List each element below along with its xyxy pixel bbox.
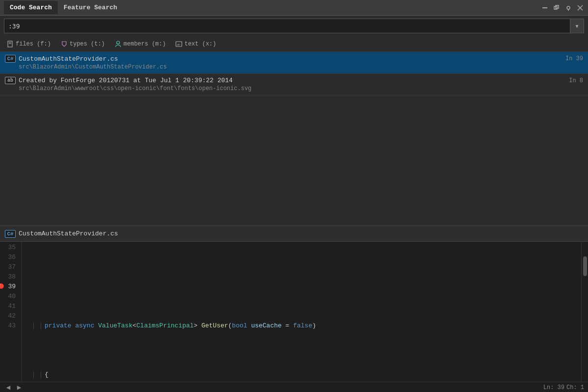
line-number-37: 37 xyxy=(0,262,18,272)
line-number-41: 41 xyxy=(0,301,18,311)
status-ln: Ln: 39 xyxy=(543,384,564,391)
file-icon xyxy=(7,41,14,47)
line-number-36: ▾ 36 xyxy=(0,253,18,262)
status-ch: Ch: 1 xyxy=(566,384,584,391)
line-number-35: 35 xyxy=(0,243,18,253)
scrollbar-track[interactable] xyxy=(581,242,588,382)
filter-files-label: files (f:) xyxy=(16,41,51,47)
code-panel: C# CustomAuthStateProvider.cs 35 ▾ 36 37… xyxy=(0,226,588,392)
filter-text-button[interactable]: ab text (x:) xyxy=(173,40,218,48)
code-content[interactable]: private async ValueTask<ClaimsPrincipal>… xyxy=(22,242,581,382)
line-number-43: 43 xyxy=(0,321,18,331)
window-controls xyxy=(541,4,584,12)
pin-button[interactable] xyxy=(564,4,572,12)
code-line-36: private async ValueTask<ClaimsPrincipal>… xyxy=(26,321,581,331)
scroll-left-button[interactable]: ◀ xyxy=(4,383,13,392)
result-item-2[interactable]: ab Created by FontForge 20120731 at Tue … xyxy=(0,74,588,95)
svg-rect-0 xyxy=(542,7,547,8)
code-header-filename: CustomAuthStateProvider.cs xyxy=(19,230,118,237)
code-header: C# CustomAuthStateProvider.cs xyxy=(0,226,588,242)
result-title-row-2: ab Created by FontForge 20120731 at Tue … xyxy=(5,77,583,84)
members-icon xyxy=(115,41,122,47)
result-item-1[interactable]: C# CustomAuthStateProvider.cs In 39 src\… xyxy=(0,52,588,74)
svg-rect-7 xyxy=(8,41,12,47)
code-line-37: { xyxy=(26,370,581,380)
filter-files-button[interactable]: files (f:) xyxy=(5,40,53,48)
scrollbar-thumb[interactable] xyxy=(583,256,587,276)
svg-text:ab: ab xyxy=(177,43,180,46)
tab-code-search[interactable]: Code Search xyxy=(4,1,58,14)
result-in-badge-1: In 39 xyxy=(565,55,583,62)
result-badge-2: ab xyxy=(5,77,16,84)
line-number-42: 42 xyxy=(0,311,18,321)
line-numbers: 35 ▾ 36 37 38 🔴 ▾ 39 40 41 42 43 xyxy=(0,242,22,382)
line-number-39: 🔴 ▾ 39 xyxy=(0,282,18,292)
text-icon: ab xyxy=(175,41,182,47)
search-input-container: ▼ xyxy=(4,19,584,33)
filter-types-button[interactable]: types (t:) xyxy=(59,40,107,48)
svg-point-10 xyxy=(117,41,120,44)
restore-button[interactable] xyxy=(553,4,561,12)
tab-feature-search[interactable]: Feature Search xyxy=(58,1,123,14)
svg-point-3 xyxy=(567,6,570,9)
result-path-2: src\BlazorAdmin\wwwroot\css\open-iconic\… xyxy=(5,85,583,92)
code-line-35 xyxy=(26,272,581,282)
result-badge-1: C# xyxy=(5,55,16,63)
bottom-nav: ◀ ▶ Ln: 39 Ch: 1 xyxy=(0,382,588,392)
code-scroll-area[interactable]: 35 ▾ 36 37 38 🔴 ▾ 39 40 41 42 43 xyxy=(0,242,581,382)
close-button[interactable] xyxy=(576,4,584,12)
result-left-2: ab Created by FontForge 20120731 at Tue … xyxy=(5,77,233,84)
search-panel: ▼ files (f:) types (t:) members (m:) xyxy=(0,16,588,226)
filter-text-label: text (x:) xyxy=(184,41,216,47)
result-filename-1: CustomAuthStateProvider.cs xyxy=(19,55,118,63)
code-body: 35 ▾ 36 37 38 🔴 ▾ 39 40 41 42 43 xyxy=(0,242,588,382)
filter-types-label: types (t:) xyxy=(70,41,105,47)
filter-members-label: members (m:) xyxy=(123,41,166,47)
search-input[interactable] xyxy=(4,23,570,30)
scroll-right-button[interactable]: ▶ xyxy=(15,383,24,392)
line-number-38: 38 xyxy=(0,272,18,282)
minimize-button[interactable] xyxy=(541,4,549,12)
filter-members-button[interactable]: members (m:) xyxy=(113,40,168,48)
result-in-badge-2: In 8 xyxy=(569,77,583,84)
search-dropdown-button[interactable]: ▼ xyxy=(570,19,584,33)
types-icon xyxy=(61,41,68,47)
filter-row: files (f:) types (t:) members (m:) ab te… xyxy=(0,36,588,52)
line-number-40: 40 xyxy=(0,292,18,301)
breakpoint-icon: 🔴 xyxy=(0,282,4,292)
result-path-1: src\BlazorAdmin\CustomAuthStateProvider.… xyxy=(5,64,583,70)
results-container: C# CustomAuthStateProvider.cs In 39 src\… xyxy=(0,52,588,226)
result-title-row-1: C# CustomAuthStateProvider.cs In 39 xyxy=(5,55,583,63)
title-bar: Code Search Feature Search xyxy=(0,0,588,16)
result-left-1: C# CustomAuthStateProvider.cs xyxy=(5,55,118,63)
code-header-badge: C# xyxy=(5,230,16,238)
result-filename-2: Created by FontForge 20120731 at Tue Jul… xyxy=(19,77,233,84)
